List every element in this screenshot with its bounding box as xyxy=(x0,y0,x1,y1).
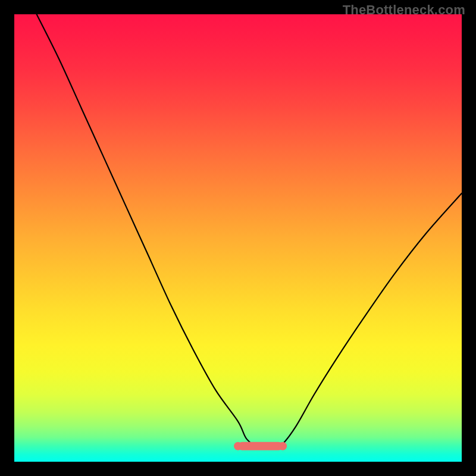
chart-svg xyxy=(14,14,462,462)
plot-area xyxy=(14,14,462,462)
chart-frame: TheBottleneck.com xyxy=(0,0,476,476)
optimal-range-end-dot xyxy=(278,442,287,450)
optimal-range-start-dot xyxy=(234,442,242,450)
gradient-background xyxy=(14,14,462,462)
optimal-range-marker xyxy=(238,442,283,450)
